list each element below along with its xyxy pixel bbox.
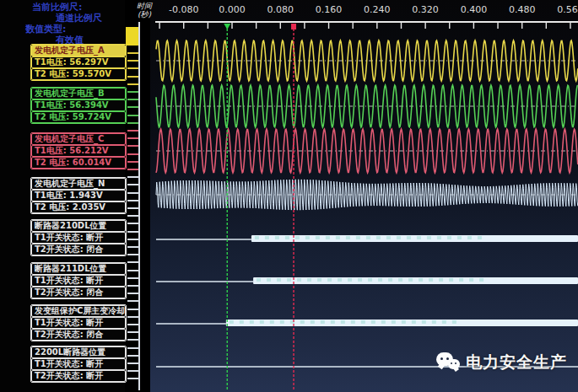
scale-info: 当前比例尺: 通道比例尺 数值类型: 有效值 — [0, 2, 125, 46]
channel-box-2[interactable]: 发电机定子电压_BT1电压: 56.394VT2 电压: 59.724V — [30, 87, 127, 124]
channel-label[interactable]: 2200L断路器位置 — [31, 346, 126, 358]
channel-value-row: T2 电压: 60.014V — [31, 157, 126, 169]
channel-label[interactable]: 发电机定子电压_B — [31, 88, 126, 99]
scale-title: 当前比例尺: — [0, 2, 125, 13]
channel-box-6[interactable]: 断路器211DL位置T1开关状态: 断开T2开关状态: 闭合 — [30, 262, 127, 299]
channel-box-3[interactable]: 发电机定子电压_CT1电压: 56.212VT2 电压: 60.014V — [30, 132, 127, 169]
scrollbar-rung — [127, 231, 138, 233]
channel-label[interactable]: 断路器211DL位置 — [31, 263, 126, 275]
oscillograph-app: 当前比例尺: 通道比例尺 数值类型: 有效值 发电机定子电压_AT1电压: 56… — [0, 0, 578, 392]
watermark: 电力安全生产 — [435, 350, 567, 375]
waveform-plot[interactable]: -0.0800.0000.0800.1600.2400.3200.4000.48… — [150, 0, 578, 392]
scrollbar-rung — [127, 137, 138, 139]
channel-panel: 当前比例尺: 通道比例尺 数值类型: 有效值 发电机定子电压_AT1电压: 56… — [0, 0, 125, 392]
scrollbar-rung — [127, 99, 138, 100]
scrollbar-rung — [127, 76, 138, 78]
channel-value-row: T2 电压: 2.035V — [31, 201, 126, 213]
channel-scrollbar[interactable] — [125, 0, 140, 392]
channel-value-row: T1开关状态: 断开 — [31, 317, 126, 329]
scrollbar-rung — [127, 176, 138, 178]
scale-item-channel-scale[interactable]: 通道比例尺 — [0, 13, 125, 24]
scrollbar-rung — [127, 91, 138, 93]
scrollbar-spine — [138, 22, 140, 390]
scrollbar-rung — [127, 83, 138, 85]
scrollbar-rung — [127, 200, 138, 201]
digital-trace-1 — [251, 235, 578, 242]
digital-trace-2 — [253, 277, 578, 284]
scrollbar-rung — [127, 362, 138, 364]
scrollbar-rung — [127, 169, 138, 170]
analog-trace-4 — [156, 180, 578, 210]
cursor-t1-handle — [224, 24, 230, 30]
channel-value-row: T1电压: 56.212V — [31, 145, 126, 157]
waveform-canvas[interactable] — [150, 0, 578, 392]
scrollbar-rung — [127, 67, 138, 69]
scrollbar-rung — [127, 207, 138, 209]
scrollbar-rung — [127, 153, 138, 155]
scrollbar-rung — [127, 277, 138, 279]
scrollbar-rung — [127, 285, 138, 287]
scrollbar-rung — [127, 122, 138, 124]
wechat-icon — [435, 350, 462, 375]
scrollbar-rung — [127, 254, 138, 255]
scrollbar-rung — [127, 161, 138, 163]
scrollbar-rung — [127, 347, 138, 349]
scrollbar-rung — [127, 130, 138, 132]
scrollbar-rung — [127, 239, 138, 240]
scrollbar-rung — [127, 378, 138, 379]
channel-box-7[interactable]: 发变组保护C屏主变冷却器故障T1开关状态: 断开T2开关状态: 闭合 — [30, 304, 127, 341]
scrollbar-rung — [127, 246, 138, 248]
scrollbar-rung — [127, 184, 138, 185]
scrollbar-rung — [127, 192, 138, 194]
scrollbar-rung — [127, 60, 138, 62]
channel-value-row: T2开关状态: 闭合 — [31, 244, 126, 255]
channel-value-row: T1电压: 1.943V — [31, 190, 126, 201]
scrollbar-rung — [127, 331, 138, 333]
channel-value-row: T1开关状态: 断开 — [31, 275, 126, 287]
scrollbar-rung — [127, 355, 138, 357]
value-type-label: 数值类型: — [0, 24, 125, 35]
channel-value-row: T2开关状态: 闭合 — [31, 329, 126, 341]
scrollbar-rung — [127, 293, 138, 294]
scrollbar-rung — [127, 223, 138, 224]
channel-value-row: T2开关状态: 断开 — [31, 370, 126, 382]
scrollbar-rung — [127, 270, 138, 271]
channel-label[interactable]: 断路器210DL位置 — [31, 220, 126, 232]
scrollbar-rung — [127, 115, 138, 116]
time-axis-label: 时间(秒) — [133, 2, 155, 19]
channel-value-row: T1电压: 56.297V — [31, 56, 126, 68]
channel-label[interactable]: 发电机定子电压_N — [31, 178, 126, 190]
scrollbar-rung — [127, 106, 138, 108]
channel-value-row: T1电压: 56.394V — [31, 99, 126, 111]
channel-value-row: T1开关状态: 断开 — [31, 358, 126, 370]
channel-label[interactable]: 发电机定子电压_A — [31, 45, 126, 56]
channel-value-row: T1开关状态: 断开 — [31, 232, 126, 244]
scrollbar-rung — [127, 324, 138, 325]
watermark-text: 电力安全生产 — [466, 352, 567, 373]
channel-box-5[interactable]: 断路器210DL位置T1开关状态: 断开T2开关状态: 闭合 — [30, 219, 127, 256]
channel-value-row: T2开关状态: 闭合 — [31, 287, 126, 298]
channel-box-4[interactable]: 发电机定子电压_NT1电压: 1.943VT2 电压: 2.035V — [30, 177, 127, 214]
scrollbar-rung — [127, 215, 138, 217]
scrollbar-rung — [127, 309, 138, 310]
channel-label[interactable]: 发电机定子电压_C — [31, 133, 126, 145]
scrollbar-thumb[interactable] — [126, 27, 138, 46]
scrollbar-rung — [127, 261, 138, 263]
scrollbar-rung — [127, 145, 138, 147]
channel-label[interactable]: 发变组保护C屏主变冷却器故障 — [31, 305, 126, 317]
channel-value-row: T2 电压: 59.724V — [31, 111, 126, 123]
cursor-t2-handle — [291, 24, 296, 30]
scrollbar-rung — [127, 52, 138, 54]
scrollbar-rung — [127, 300, 138, 302]
scrollbar-rung — [127, 316, 138, 318]
scrollbar-rung — [127, 370, 138, 372]
channel-box-1[interactable]: 发电机定子电压_AT1电压: 56.297VT2 电压: 59.570V — [30, 44, 127, 81]
channel-value-row: T2 电压: 59.570V — [31, 68, 126, 80]
scrollbar-rung — [127, 339, 138, 341]
channel-box-8[interactable]: 2200L断路器位置T1开关状态: 断开T2开关状态: 断开 — [30, 346, 127, 383]
